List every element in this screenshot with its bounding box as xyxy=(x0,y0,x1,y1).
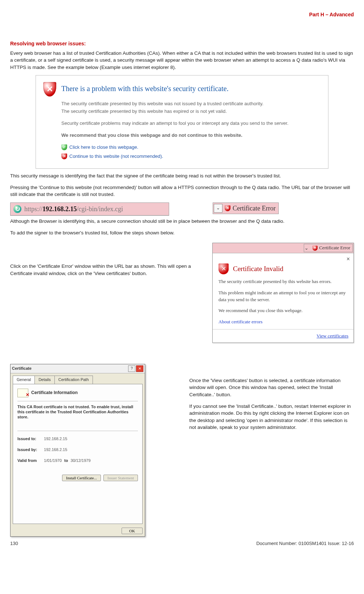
valid-from-value: 1/01/1970 xyxy=(44,458,62,463)
shield-error-icon: ✕ xyxy=(61,153,67,159)
step2-instruction: If you cannot see the 'Install Certifica… xyxy=(189,403,354,431)
shield-error-icon: ✕ xyxy=(312,246,318,251)
view-certificates-link[interactable]: View certificates xyxy=(316,333,348,339)
page-footer: 130 Document Number: 0100SM1401 Issue: 1… xyxy=(10,540,354,547)
shield-error-icon: ✕ xyxy=(43,82,56,97)
valid-to-value: 30/12/1979 xyxy=(71,458,91,463)
valid-to-label: to xyxy=(63,458,69,464)
shield-ok-icon: ✓ xyxy=(61,144,67,150)
ie-warning-line: The security certificate presented by th… xyxy=(61,108,321,115)
popup-text: We recommend that you close this webpage… xyxy=(218,307,348,314)
cert-info-heading: Certificate Information xyxy=(31,390,78,396)
valid-from-label: Valid from xyxy=(17,458,43,464)
certificate-error-badge[interactable]: ⌄ ✕ Certificate Error xyxy=(213,202,279,214)
dropdown-icon[interactable]: ⌄ xyxy=(214,204,222,213)
close-webpage-link[interactable]: Click here to close this webpage. xyxy=(69,144,138,151)
dropdown-icon[interactable]: ⌄ xyxy=(304,245,311,251)
close-icon[interactable]: × xyxy=(213,253,353,263)
cert-error-label: Certificate Error xyxy=(233,204,275,213)
page-number: 130 xyxy=(10,540,18,547)
certificate-icon xyxy=(17,389,28,397)
body-paragraph: Although the Browser is identifying this… xyxy=(10,218,354,225)
site-favicon-icon: ↻ xyxy=(13,205,21,213)
body-paragraph: To add the signer to the browser's trust… xyxy=(10,229,354,237)
body-paragraph: This security message is identifying the… xyxy=(10,172,354,180)
issuer-statement-button: Issuer Statement xyxy=(103,475,138,481)
tab-general[interactable]: General xyxy=(13,376,35,384)
close-button[interactable]: ✕ xyxy=(136,365,143,372)
address-bar[interactable]: ↻ https://192.168.2.15/cgi-bin/index.cgi xyxy=(10,202,169,216)
url-host: 192.168.2.15 xyxy=(42,205,77,213)
issued-to-label: Issued to: xyxy=(17,436,43,442)
ie-security-warning: ✕ There is a problem with this website's… xyxy=(36,75,328,169)
issued-to-value: 192.168.2.15 xyxy=(44,437,67,441)
document-info: Document Number: 0100SM1401 Issue: 12-16 xyxy=(256,540,354,547)
popup-title: Certificate Invalid xyxy=(233,264,283,274)
certificate-error-badge[interactable]: ⌄ ✕ Certificate Error xyxy=(304,244,353,252)
ie-warning-title: There is a problem with this website's s… xyxy=(61,83,229,94)
page-header: Part H – Advanced xyxy=(10,11,354,18)
popup-text: The security certificate presented by th… xyxy=(218,278,348,285)
section-heading: Resolving web browser issues: xyxy=(10,40,354,47)
shield-error-icon: ✕ xyxy=(225,205,230,211)
step1-instruction: Click on the 'Certificate Error' window … xyxy=(10,263,198,277)
issued-by-label: Issued by: xyxy=(17,447,43,453)
certificate-invalid-popup: ⌄ ✕ Certificate Error × ✕ Certificate In… xyxy=(212,243,354,343)
url-scheme: https:// xyxy=(24,205,42,213)
ie-warning-recommend: We recommend that you close this webpage… xyxy=(61,132,321,139)
ie-warning-line: Security certificate problems may indica… xyxy=(61,120,321,127)
certificate-dialog: Certificate ? ✕ General Details Certific… xyxy=(10,364,145,537)
intro-paragraph: Every web browser has a list of trusted … xyxy=(10,50,354,71)
issued-by-value: 192.168.2.15 xyxy=(44,447,67,452)
ie-warning-line: The security certificate presented by th… xyxy=(61,101,321,107)
dialog-title: Certificate xyxy=(12,366,32,372)
body-paragraph: Pressing the 'Continue to this website (… xyxy=(10,184,354,198)
url-path: /cgi-bin/index.cgi xyxy=(77,205,123,213)
continue-link[interactable]: Continue to this website (not recommende… xyxy=(69,153,163,160)
tab-details[interactable]: Details xyxy=(34,376,55,384)
ok-button[interactable]: OK xyxy=(122,528,143,534)
about-cert-errors-link[interactable]: About certificate errors xyxy=(218,319,262,324)
step2-instruction: Once the 'View certificates' button is s… xyxy=(189,377,354,398)
cert-error-label: Certificate Error xyxy=(319,245,350,251)
help-button[interactable]: ? xyxy=(128,365,135,372)
popup-text: This problem might indicate an attempt t… xyxy=(218,290,348,303)
install-certificate-button[interactable]: Install Certificate... xyxy=(62,475,101,481)
tab-certification-path[interactable]: Certification Path xyxy=(54,376,93,384)
cert-trust-message: This CA Root certificate is not trusted.… xyxy=(17,404,138,420)
shield-error-icon: ✕ xyxy=(218,263,229,274)
